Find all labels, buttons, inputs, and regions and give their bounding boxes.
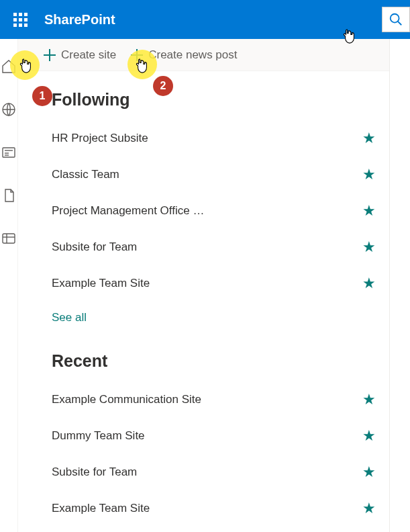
star-icon[interactable]: ★	[362, 463, 376, 481]
annotation-badge: 1	[32, 86, 52, 106]
recent-title: Recent	[52, 351, 389, 371]
files-icon[interactable]	[0, 187, 17, 204]
right-column: News from sites Consumer Retail Function…	[390, 39, 410, 532]
star-icon[interactable]: ★	[362, 427, 376, 445]
star-icon[interactable]: ★	[362, 391, 376, 408]
search-icon	[389, 12, 403, 27]
create-site-button[interactable]: Create site	[44, 48, 116, 62]
list-item[interactable]: Example Team Site★	[52, 265, 376, 302]
app-launcher-icon[interactable]	[8, 7, 32, 32]
create-site-label: Create site	[61, 48, 116, 62]
star-icon[interactable]: ★	[362, 500, 376, 517]
see-all-link[interactable]: See all	[52, 311, 87, 324]
following-list: HR Project Subsite★ Classic Team★ Projec…	[18, 120, 389, 302]
lists-icon[interactable]	[0, 230, 17, 247]
list-item[interactable]: Classic Team★	[52, 157, 376, 193]
app-header: SharePoint	[0, 0, 410, 39]
svg-rect-3	[3, 148, 15, 157]
following-title: Following	[52, 90, 389, 109]
star-icon[interactable]: ★	[362, 166, 376, 183]
list-item[interactable]: Dummy Team Site★	[52, 418, 376, 454]
star-icon[interactable]: ★	[362, 275, 376, 292]
svg-line-1	[398, 21, 402, 26]
search-box[interactable]	[382, 7, 410, 32]
list-item[interactable]: Example Team Site★	[52, 490, 376, 527]
star-icon[interactable]: ★	[362, 202, 376, 220]
globe-icon[interactable]	[0, 101, 17, 118]
star-icon[interactable]: ★	[362, 130, 376, 147]
news-icon[interactable]	[0, 144, 17, 161]
left-nav	[0, 39, 18, 532]
main-column: Create site Create news post Following H…	[18, 39, 390, 532]
svg-rect-7	[3, 234, 15, 243]
list-item[interactable]: Subsite for Team★	[52, 229, 376, 265]
highlight-circle	[10, 50, 40, 80]
list-item[interactable]: Subsite for Team★	[52, 454, 376, 490]
list-item[interactable]: Project Management Office …★	[52, 193, 376, 229]
annotation-badge: 2	[153, 76, 173, 96]
highlight-circle	[127, 50, 157, 79]
brand-label: SharePoint	[44, 12, 115, 28]
plus-icon	[44, 49, 56, 61]
list-item[interactable]: Example Communication Site★	[52, 382, 376, 418]
recent-list: Example Communication Site★ Dummy Team S…	[18, 382, 389, 527]
star-icon[interactable]: ★	[362, 238, 376, 256]
create-news-label: Create news post	[148, 48, 237, 62]
svg-point-0	[391, 14, 399, 23]
list-item[interactable]: HR Project Subsite★	[52, 120, 376, 157]
action-bar: Create site Create news post	[18, 39, 389, 71]
